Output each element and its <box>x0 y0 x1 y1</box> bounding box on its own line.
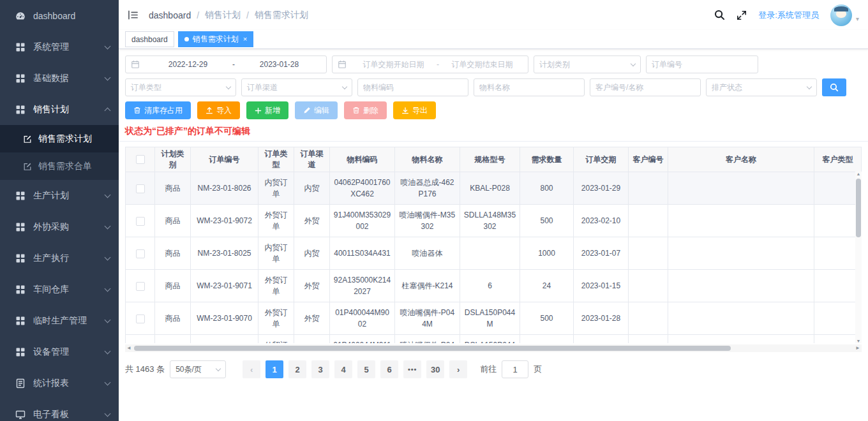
sidebar-item-dashboard[interactable]: dashboard <box>0 0 119 31</box>
customer-input[interactable] <box>590 78 701 96</box>
cell-material-code: 01P400044M9002 <box>330 302 395 335</box>
breadcrumb-item[interactable]: dashboard <box>149 10 191 20</box>
material-name-input[interactable] <box>474 78 585 96</box>
avatar[interactable] <box>830 4 852 26</box>
scroll-right-icon[interactable]: ► <box>855 345 860 351</box>
tab-label: dashboard <box>131 35 168 44</box>
cell-plan-category: 商品 <box>155 205 191 237</box>
scroll-left-icon[interactable]: ◄ <box>126 345 131 351</box>
search-button[interactable] <box>822 78 846 96</box>
sidebar-item-statistics-report[interactable]: 统计报表 <box>0 367 119 399</box>
col-plan-category: 计划类别 <box>155 147 191 172</box>
cell-material-name: 喷油嘴偶件-M35302 <box>395 205 460 237</box>
sidebar-item-sales-demand-merge[interactable]: 销售需求合单 <box>0 152 119 180</box>
clear-stock-button[interactable]: 清库存占用 <box>125 101 191 119</box>
sidebar-item-label: 系统管理 <box>33 41 105 53</box>
sidebar-item-label: 车间仓库 <box>33 284 105 295</box>
order-no-input[interactable] <box>646 55 758 73</box>
row-checkbox[interactable] <box>136 314 145 323</box>
tab-dashboard[interactable]: dashboard <box>125 31 174 47</box>
cell-demand-qty: 24 <box>520 270 574 302</box>
sidebar-item-sales-plan[interactable]: 销售计划 <box>0 94 119 125</box>
page-content: 2022-12-29 - 2023-01-28 订单交期开始日期 - 订单交期结… <box>119 49 868 421</box>
cell-material-code: 91J400M353029002 <box>330 205 395 237</box>
schedule-status-select[interactable]: 排产状态 <box>706 78 817 96</box>
tab-sales-demand-plan[interactable]: 销售需求计划 × <box>178 31 253 47</box>
due-date-range-picker[interactable]: 订单交期开始日期 - 订单交期结束日期 <box>332 55 528 73</box>
horizontal-scrollbar[interactable]: ◄ ► <box>125 344 862 352</box>
plan-category-select[interactable]: 计划类别 <box>534 55 641 73</box>
scroll-down-icon[interactable]: ▼ <box>855 339 862 343</box>
horizontal-scroll-thumb[interactable] <box>134 346 731 351</box>
chevron-down-icon <box>105 348 111 354</box>
select-all-checkbox[interactable] <box>136 155 145 164</box>
sidebar-item-workshop-warehouse[interactable]: 车间仓库 <box>0 274 119 305</box>
export-button[interactable]: 导出 <box>393 101 436 119</box>
cell-customer-name <box>668 270 814 302</box>
search-icon[interactable] <box>714 10 725 20</box>
sidebar-item-production-plan[interactable]: 生产计划 <box>0 180 119 211</box>
sidebar-item-outsourcing[interactable]: 外协采购 <box>0 211 119 242</box>
logged-in-user[interactable]: 登录:系统管理员 <box>758 10 819 21</box>
table-row: 商品 NM-23-01-8025 内贸订单 内贸 40011S034A431 喷… <box>126 237 862 270</box>
fullscreen-icon[interactable] <box>737 10 747 20</box>
cell-customer-name <box>668 335 814 344</box>
add-button[interactable]: 新增 <box>246 101 288 119</box>
page-button-5[interactable]: 5 <box>357 360 375 378</box>
next-page-button[interactable]: › <box>449 360 467 378</box>
date-separator: - <box>434 60 442 69</box>
page-button-1[interactable]: 1 <box>266 360 283 378</box>
sidebar-item-production-exec[interactable]: 生产执行 <box>0 242 119 274</box>
delete-button[interactable]: 删除 <box>344 101 387 119</box>
upload-icon <box>206 107 213 114</box>
page-button-2[interactable]: 2 <box>288 360 306 378</box>
tab-label: 销售需求计划 <box>193 34 239 45</box>
col-order-no: 订单编号 <box>191 147 258 172</box>
page-button-6[interactable]: 6 <box>380 360 398 378</box>
sidebar-collapse-icon[interactable] <box>128 10 138 20</box>
col-order-channel: 订单渠道 <box>294 147 330 172</box>
sidebar-item-temp-production-mgmt[interactable]: 临时生产管理 <box>0 305 119 336</box>
import-button[interactable]: 导入 <box>197 101 240 119</box>
sidebar-item-label: 电子看板 <box>33 409 105 420</box>
chevron-down-icon <box>105 285 111 292</box>
sidebar-item-base-data[interactable]: 基础数据 <box>0 63 119 94</box>
sidebar-item-label: 销售需求计划 <box>38 133 92 145</box>
row-checkbox[interactable] <box>136 217 145 226</box>
page-button-3[interactable]: 3 <box>311 360 329 378</box>
chevron-down-icon[interactable]: ▾ <box>856 15 859 22</box>
vertical-scroll-thumb[interactable] <box>856 179 861 237</box>
page-button-30[interactable]: 30 <box>426 360 444 378</box>
cell-customer-name <box>668 237 814 270</box>
vertical-scrollbar[interactable]: ▲ ▼ <box>855 172 862 343</box>
goto-label: 前往 <box>480 364 497 375</box>
row-checkbox[interactable] <box>136 282 145 291</box>
grid-icon <box>15 347 26 357</box>
edit-button[interactable]: 编辑 <box>295 101 338 119</box>
cell-order-type: 外贸订单 <box>258 302 294 335</box>
goto-page-input[interactable] <box>502 360 528 378</box>
row-checkbox[interactable] <box>136 249 145 258</box>
cell-customer-no <box>629 237 668 270</box>
page-button-4[interactable]: 4 <box>334 360 352 378</box>
material-code-input[interactable] <box>357 78 468 96</box>
more-pages-button[interactable]: ••• <box>403 360 421 378</box>
order-channel-select[interactable]: 订单渠道 <box>241 78 352 96</box>
prev-page-button[interactable]: ‹ <box>243 360 260 378</box>
sidebar-item-electronic-board[interactable]: 电子看板 <box>0 399 119 421</box>
sidebar-item-system-mgmt[interactable]: 系统管理 <box>0 31 119 63</box>
cell-order-no: WM-23-01-9072 <box>191 205 258 237</box>
create-date-range-picker[interactable]: 2022-12-29 - 2023-01-28 <box>125 55 327 73</box>
scroll-up-icon[interactable]: ▲ <box>855 172 862 176</box>
col-material-code: 物料编码 <box>330 147 395 172</box>
order-type-select[interactable]: 订单类型 <box>125 78 236 96</box>
page-size-select[interactable]: 50条/页 <box>170 360 226 378</box>
grid-icon <box>15 222 26 232</box>
row-checkbox[interactable] <box>136 184 145 193</box>
checkbox-cell <box>126 237 155 270</box>
close-icon[interactable]: × <box>243 36 247 43</box>
cell-plan-category: 商品 <box>155 302 191 335</box>
sidebar-item-equipment-mgmt[interactable]: 设备管理 <box>0 336 119 367</box>
chevron-down-icon <box>342 84 347 89</box>
sidebar-item-sales-demand-plan[interactable]: 销售需求计划 <box>0 125 119 152</box>
